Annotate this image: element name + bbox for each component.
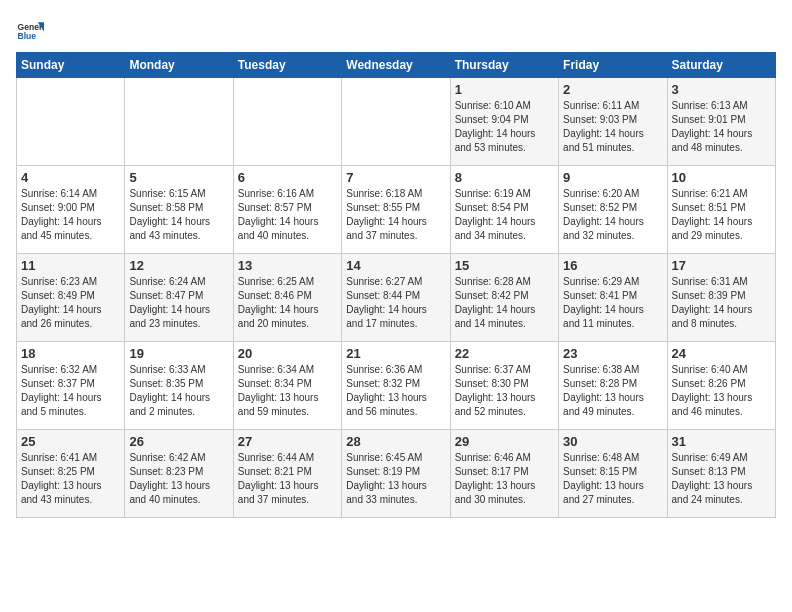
day-info: Sunrise: 6:23 AMSunset: 8:49 PMDaylight:…	[21, 275, 120, 331]
day-info: Sunrise: 6:40 AMSunset: 8:26 PMDaylight:…	[672, 363, 771, 419]
day-number: 14	[346, 258, 445, 273]
day-info: Sunrise: 6:24 AMSunset: 8:47 PMDaylight:…	[129, 275, 228, 331]
day-info: Sunrise: 6:29 AMSunset: 8:41 PMDaylight:…	[563, 275, 662, 331]
logo: General Blue	[16, 16, 48, 44]
day-info: Sunrise: 6:16 AMSunset: 8:57 PMDaylight:…	[238, 187, 337, 243]
day-number: 7	[346, 170, 445, 185]
day-number: 12	[129, 258, 228, 273]
calendar-week-2: 4Sunrise: 6:14 AMSunset: 9:00 PMDaylight…	[17, 166, 776, 254]
day-number: 4	[21, 170, 120, 185]
day-number: 13	[238, 258, 337, 273]
day-number: 28	[346, 434, 445, 449]
day-number: 5	[129, 170, 228, 185]
day-number: 27	[238, 434, 337, 449]
day-number: 8	[455, 170, 554, 185]
day-number: 18	[21, 346, 120, 361]
day-number: 25	[21, 434, 120, 449]
calendar-table: SundayMondayTuesdayWednesdayThursdayFrid…	[16, 52, 776, 518]
calendar-cell: 4Sunrise: 6:14 AMSunset: 9:00 PMDaylight…	[17, 166, 125, 254]
calendar-cell: 22Sunrise: 6:37 AMSunset: 8:30 PMDayligh…	[450, 342, 558, 430]
calendar-cell: 2Sunrise: 6:11 AMSunset: 9:03 PMDaylight…	[559, 78, 667, 166]
calendar-cell: 26Sunrise: 6:42 AMSunset: 8:23 PMDayligh…	[125, 430, 233, 518]
col-header-thursday: Thursday	[450, 53, 558, 78]
day-info: Sunrise: 6:32 AMSunset: 8:37 PMDaylight:…	[21, 363, 120, 419]
day-number: 26	[129, 434, 228, 449]
calendar-cell: 13Sunrise: 6:25 AMSunset: 8:46 PMDayligh…	[233, 254, 341, 342]
day-info: Sunrise: 6:10 AMSunset: 9:04 PMDaylight:…	[455, 99, 554, 155]
day-info: Sunrise: 6:25 AMSunset: 8:46 PMDaylight:…	[238, 275, 337, 331]
col-header-friday: Friday	[559, 53, 667, 78]
day-number: 19	[129, 346, 228, 361]
calendar-cell: 12Sunrise: 6:24 AMSunset: 8:47 PMDayligh…	[125, 254, 233, 342]
calendar-week-3: 11Sunrise: 6:23 AMSunset: 8:49 PMDayligh…	[17, 254, 776, 342]
day-number: 30	[563, 434, 662, 449]
day-number: 9	[563, 170, 662, 185]
calendar-week-4: 18Sunrise: 6:32 AMSunset: 8:37 PMDayligh…	[17, 342, 776, 430]
calendar-cell: 31Sunrise: 6:49 AMSunset: 8:13 PMDayligh…	[667, 430, 775, 518]
day-info: Sunrise: 6:48 AMSunset: 8:15 PMDaylight:…	[563, 451, 662, 507]
calendar-cell: 28Sunrise: 6:45 AMSunset: 8:19 PMDayligh…	[342, 430, 450, 518]
logo-icon: General Blue	[16, 16, 44, 44]
col-header-monday: Monday	[125, 53, 233, 78]
calendar-cell	[233, 78, 341, 166]
day-number: 23	[563, 346, 662, 361]
calendar-cell: 17Sunrise: 6:31 AMSunset: 8:39 PMDayligh…	[667, 254, 775, 342]
calendar-cell: 11Sunrise: 6:23 AMSunset: 8:49 PMDayligh…	[17, 254, 125, 342]
day-number: 29	[455, 434, 554, 449]
calendar-cell: 27Sunrise: 6:44 AMSunset: 8:21 PMDayligh…	[233, 430, 341, 518]
calendar-cell: 23Sunrise: 6:38 AMSunset: 8:28 PMDayligh…	[559, 342, 667, 430]
calendar-cell: 15Sunrise: 6:28 AMSunset: 8:42 PMDayligh…	[450, 254, 558, 342]
col-header-tuesday: Tuesday	[233, 53, 341, 78]
day-info: Sunrise: 6:45 AMSunset: 8:19 PMDaylight:…	[346, 451, 445, 507]
day-number: 3	[672, 82, 771, 97]
calendar-header-row: SundayMondayTuesdayWednesdayThursdayFrid…	[17, 53, 776, 78]
day-info: Sunrise: 6:20 AMSunset: 8:52 PMDaylight:…	[563, 187, 662, 243]
day-number: 21	[346, 346, 445, 361]
calendar-cell: 14Sunrise: 6:27 AMSunset: 8:44 PMDayligh…	[342, 254, 450, 342]
day-info: Sunrise: 6:33 AMSunset: 8:35 PMDaylight:…	[129, 363, 228, 419]
calendar-cell: 29Sunrise: 6:46 AMSunset: 8:17 PMDayligh…	[450, 430, 558, 518]
day-number: 1	[455, 82, 554, 97]
calendar-cell: 1Sunrise: 6:10 AMSunset: 9:04 PMDaylight…	[450, 78, 558, 166]
day-info: Sunrise: 6:49 AMSunset: 8:13 PMDaylight:…	[672, 451, 771, 507]
calendar-cell: 6Sunrise: 6:16 AMSunset: 8:57 PMDaylight…	[233, 166, 341, 254]
calendar-cell: 20Sunrise: 6:34 AMSunset: 8:34 PMDayligh…	[233, 342, 341, 430]
calendar-cell	[342, 78, 450, 166]
calendar-cell: 19Sunrise: 6:33 AMSunset: 8:35 PMDayligh…	[125, 342, 233, 430]
day-info: Sunrise: 6:46 AMSunset: 8:17 PMDaylight:…	[455, 451, 554, 507]
day-number: 15	[455, 258, 554, 273]
col-header-saturday: Saturday	[667, 53, 775, 78]
calendar-cell: 24Sunrise: 6:40 AMSunset: 8:26 PMDayligh…	[667, 342, 775, 430]
day-info: Sunrise: 6:41 AMSunset: 8:25 PMDaylight:…	[21, 451, 120, 507]
calendar-cell: 16Sunrise: 6:29 AMSunset: 8:41 PMDayligh…	[559, 254, 667, 342]
day-info: Sunrise: 6:14 AMSunset: 9:00 PMDaylight:…	[21, 187, 120, 243]
day-info: Sunrise: 6:11 AMSunset: 9:03 PMDaylight:…	[563, 99, 662, 155]
day-info: Sunrise: 6:44 AMSunset: 8:21 PMDaylight:…	[238, 451, 337, 507]
day-info: Sunrise: 6:21 AMSunset: 8:51 PMDaylight:…	[672, 187, 771, 243]
day-number: 11	[21, 258, 120, 273]
calendar-cell: 21Sunrise: 6:36 AMSunset: 8:32 PMDayligh…	[342, 342, 450, 430]
day-number: 10	[672, 170, 771, 185]
day-info: Sunrise: 6:37 AMSunset: 8:30 PMDaylight:…	[455, 363, 554, 419]
day-info: Sunrise: 6:34 AMSunset: 8:34 PMDaylight:…	[238, 363, 337, 419]
calendar-cell: 30Sunrise: 6:48 AMSunset: 8:15 PMDayligh…	[559, 430, 667, 518]
calendar-cell	[125, 78, 233, 166]
day-info: Sunrise: 6:19 AMSunset: 8:54 PMDaylight:…	[455, 187, 554, 243]
day-number: 6	[238, 170, 337, 185]
calendar-cell: 10Sunrise: 6:21 AMSunset: 8:51 PMDayligh…	[667, 166, 775, 254]
calendar-cell: 9Sunrise: 6:20 AMSunset: 8:52 PMDaylight…	[559, 166, 667, 254]
page-header: General Blue	[16, 16, 776, 44]
day-number: 22	[455, 346, 554, 361]
day-info: Sunrise: 6:27 AMSunset: 8:44 PMDaylight:…	[346, 275, 445, 331]
day-info: Sunrise: 6:42 AMSunset: 8:23 PMDaylight:…	[129, 451, 228, 507]
calendar-week-1: 1Sunrise: 6:10 AMSunset: 9:04 PMDaylight…	[17, 78, 776, 166]
calendar-cell: 5Sunrise: 6:15 AMSunset: 8:58 PMDaylight…	[125, 166, 233, 254]
svg-text:Blue: Blue	[18, 31, 37, 41]
calendar-cell: 25Sunrise: 6:41 AMSunset: 8:25 PMDayligh…	[17, 430, 125, 518]
day-info: Sunrise: 6:13 AMSunset: 9:01 PMDaylight:…	[672, 99, 771, 155]
calendar-cell: 8Sunrise: 6:19 AMSunset: 8:54 PMDaylight…	[450, 166, 558, 254]
day-number: 31	[672, 434, 771, 449]
calendar-cell: 7Sunrise: 6:18 AMSunset: 8:55 PMDaylight…	[342, 166, 450, 254]
day-number: 16	[563, 258, 662, 273]
calendar-week-5: 25Sunrise: 6:41 AMSunset: 8:25 PMDayligh…	[17, 430, 776, 518]
